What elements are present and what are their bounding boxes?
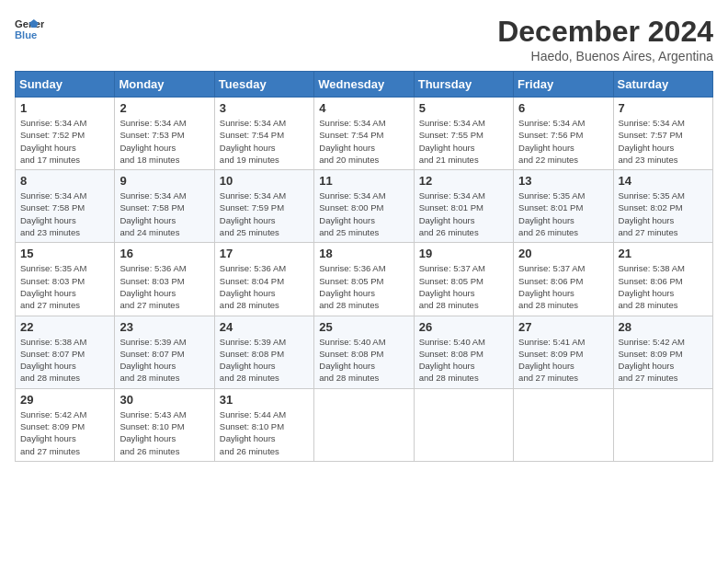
logo-icon: General Blue [15, 15, 44, 44]
day-of-week-header: Sunday [16, 72, 115, 98]
day-number: 13 [518, 174, 608, 188]
svg-text:Blue: Blue [15, 29, 37, 40]
day-number: 31 [220, 393, 309, 407]
day-number: 15 [20, 247, 109, 260]
calendar-week-row: 8Sunrise: 5:34 AMSunset: 7:58 PMDaylight… [16, 170, 713, 243]
day-info: Sunrise: 5:42 AMSunset: 8:09 PMDaylight … [619, 336, 708, 385]
calendar-cell [514, 388, 613, 461]
calendar-cell: 31Sunrise: 5:44 AMSunset: 8:10 PMDayligh… [214, 388, 313, 461]
day-info: Sunrise: 5:34 AMSunset: 7:54 PMDaylight … [319, 117, 408, 166]
calendar-cell: 19Sunrise: 5:37 AMSunset: 8:05 PMDayligh… [414, 243, 513, 316]
day-number: 30 [119, 393, 209, 407]
calendar-cell: 16Sunrise: 5:36 AMSunset: 8:03 PMDayligh… [115, 243, 214, 316]
day-number: 21 [619, 247, 708, 260]
calendar-cell: 26Sunrise: 5:40 AMSunset: 8:08 PMDayligh… [414, 316, 513, 388]
day-number: 24 [220, 320, 309, 334]
day-info: Sunrise: 5:34 AMSunset: 7:59 PMDaylight … [220, 190, 309, 238]
day-info: Sunrise: 5:40 AMSunset: 8:08 PMDaylight … [319, 336, 408, 385]
calendar-table: SundayMondayTuesdayWednesdayThursdayFrid… [15, 71, 713, 462]
svg-text:General: General [15, 18, 44, 29]
day-info: Sunrise: 5:40 AMSunset: 8:08 PMDaylight … [419, 336, 508, 385]
day-number: 22 [20, 320, 109, 334]
day-number: 9 [119, 174, 209, 188]
day-info: Sunrise: 5:37 AMSunset: 8:05 PMDaylight … [419, 262, 508, 311]
calendar-cell: 8Sunrise: 5:34 AMSunset: 7:58 PMDaylight… [16, 170, 115, 243]
day-of-week-header: Tuesday [214, 72, 313, 98]
calendar-cell [613, 388, 712, 461]
day-number: 14 [619, 174, 708, 188]
day-info: Sunrise: 5:34 AMSunset: 7:52 PMDaylight … [20, 117, 109, 166]
calendar-cell: 15Sunrise: 5:35 AMSunset: 8:03 PMDayligh… [16, 243, 115, 316]
calendar-week-row: 22Sunrise: 5:38 AMSunset: 8:07 PMDayligh… [16, 316, 713, 388]
calendar-week-row: 15Sunrise: 5:35 AMSunset: 8:03 PMDayligh… [16, 243, 713, 316]
day-number: 5 [419, 101, 508, 115]
calendar-cell: 17Sunrise: 5:36 AMSunset: 8:04 PMDayligh… [214, 243, 313, 316]
calendar-cell: 9Sunrise: 5:34 AMSunset: 7:58 PMDaylight… [115, 170, 214, 243]
day-number: 7 [619, 101, 708, 115]
calendar-cell [314, 388, 414, 461]
day-number: 26 [419, 320, 508, 334]
subtitle: Haedo, Buenos Aires, Argentina [497, 49, 713, 63]
calendar-cell: 21Sunrise: 5:38 AMSunset: 8:06 PMDayligh… [613, 243, 712, 316]
day-number: 6 [518, 101, 608, 115]
day-info: Sunrise: 5:37 AMSunset: 8:06 PMDaylight … [518, 262, 608, 311]
day-number: 2 [119, 101, 209, 115]
day-of-week-header: Saturday [613, 72, 712, 98]
day-info: Sunrise: 5:38 AMSunset: 8:06 PMDaylight … [619, 262, 708, 311]
day-number: 19 [419, 247, 508, 260]
day-info: Sunrise: 5:35 AMSunset: 8:02 PMDaylight … [619, 190, 708, 238]
day-number: 29 [20, 393, 109, 407]
day-number: 27 [518, 320, 608, 334]
calendar-cell: 24Sunrise: 5:39 AMSunset: 8:08 PMDayligh… [214, 316, 313, 388]
day-info: Sunrise: 5:34 AMSunset: 7:53 PMDaylight … [119, 117, 209, 166]
day-info: Sunrise: 5:35 AMSunset: 8:03 PMDaylight … [20, 262, 109, 311]
logo: General Blue [15, 15, 44, 44]
main-title: December 2024 [497, 15, 713, 49]
day-number: 8 [20, 174, 109, 188]
day-info: Sunrise: 5:36 AMSunset: 8:03 PMDaylight … [119, 262, 209, 311]
day-of-week-header: Friday [514, 72, 613, 98]
day-info: Sunrise: 5:34 AMSunset: 7:58 PMDaylight … [119, 190, 209, 238]
day-info: Sunrise: 5:35 AMSunset: 8:01 PMDaylight … [518, 190, 608, 238]
calendar-cell: 4Sunrise: 5:34 AMSunset: 7:54 PMDaylight… [314, 98, 414, 170]
calendar-cell: 11Sunrise: 5:34 AMSunset: 8:00 PMDayligh… [314, 170, 414, 243]
calendar-cell: 6Sunrise: 5:34 AMSunset: 7:56 PMDaylight… [514, 98, 613, 170]
day-info: Sunrise: 5:39 AMSunset: 8:07 PMDaylight … [119, 336, 209, 385]
page-header: General Blue December 2024 Haedo, Buenos… [15, 15, 713, 63]
calendar-cell: 20Sunrise: 5:37 AMSunset: 8:06 PMDayligh… [514, 243, 613, 316]
day-info: Sunrise: 5:34 AMSunset: 7:57 PMDaylight … [619, 117, 708, 166]
calendar-week-row: 1Sunrise: 5:34 AMSunset: 7:52 PMDaylight… [16, 98, 713, 170]
day-info: Sunrise: 5:41 AMSunset: 8:09 PMDaylight … [518, 336, 608, 385]
day-number: 17 [220, 247, 309, 260]
calendar-cell: 29Sunrise: 5:42 AMSunset: 8:09 PMDayligh… [16, 388, 115, 461]
day-number: 4 [319, 101, 408, 115]
calendar-cell: 22Sunrise: 5:38 AMSunset: 8:07 PMDayligh… [16, 316, 115, 388]
day-info: Sunrise: 5:34 AMSunset: 7:55 PMDaylight … [419, 117, 508, 166]
day-number: 12 [419, 174, 508, 188]
calendar-cell: 3Sunrise: 5:34 AMSunset: 7:54 PMDaylight… [214, 98, 313, 170]
calendar-cell: 10Sunrise: 5:34 AMSunset: 7:59 PMDayligh… [214, 170, 313, 243]
calendar-cell: 7Sunrise: 5:34 AMSunset: 7:57 PMDaylight… [613, 98, 712, 170]
day-info: Sunrise: 5:43 AMSunset: 8:10 PMDaylight … [119, 408, 209, 457]
calendar-header-row: SundayMondayTuesdayWednesdayThursdayFrid… [16, 72, 713, 98]
calendar-cell: 25Sunrise: 5:40 AMSunset: 8:08 PMDayligh… [314, 316, 414, 388]
calendar-cell: 28Sunrise: 5:42 AMSunset: 8:09 PMDayligh… [613, 316, 712, 388]
calendar-cell: 30Sunrise: 5:43 AMSunset: 8:10 PMDayligh… [115, 388, 214, 461]
day-info: Sunrise: 5:36 AMSunset: 8:04 PMDaylight … [220, 262, 309, 311]
day-number: 16 [119, 247, 209, 260]
day-number: 25 [319, 320, 408, 334]
day-number: 1 [20, 101, 109, 115]
day-info: Sunrise: 5:34 AMSunset: 7:56 PMDaylight … [518, 117, 608, 166]
calendar-cell: 2Sunrise: 5:34 AMSunset: 7:53 PMDaylight… [115, 98, 214, 170]
day-number: 3 [220, 101, 309, 115]
day-number: 11 [319, 174, 408, 188]
calendar-cell: 12Sunrise: 5:34 AMSunset: 8:01 PMDayligh… [414, 170, 513, 243]
calendar-cell [414, 388, 513, 461]
calendar-cell: 1Sunrise: 5:34 AMSunset: 7:52 PMDaylight… [16, 98, 115, 170]
calendar-cell: 23Sunrise: 5:39 AMSunset: 8:07 PMDayligh… [115, 316, 214, 388]
calendar-week-row: 29Sunrise: 5:42 AMSunset: 8:09 PMDayligh… [16, 388, 713, 461]
day-info: Sunrise: 5:34 AMSunset: 8:01 PMDaylight … [419, 190, 508, 238]
day-info: Sunrise: 5:42 AMSunset: 8:09 PMDaylight … [20, 408, 109, 457]
day-info: Sunrise: 5:34 AMSunset: 7:58 PMDaylight … [20, 190, 109, 238]
day-info: Sunrise: 5:34 AMSunset: 7:54 PMDaylight … [220, 117, 309, 166]
